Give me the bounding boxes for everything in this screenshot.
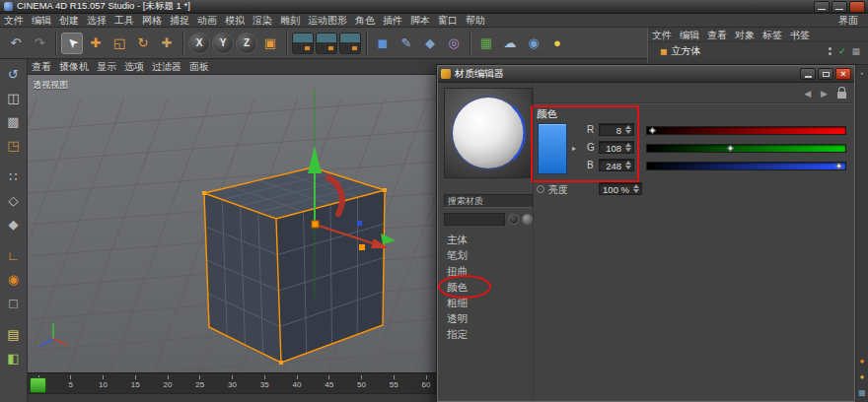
viewport-menu-item[interactable]: 选项 — [120, 60, 148, 73]
channel-dot-icon[interactable] — [537, 185, 544, 193]
timeline-ruler[interactable]: 0 5 10 15 20 25 30 35 40 45 — [32, 375, 433, 393]
search-icon[interactable] — [522, 214, 533, 225]
stepper-icon[interactable] — [625, 143, 631, 152]
channel-item[interactable]: 主体 — [444, 232, 531, 247]
model-mode-icon[interactable]: ◫ — [3, 87, 25, 108]
menu-item[interactable]: 编辑 — [28, 14, 55, 27]
menu-item[interactable]: 帮助 — [462, 14, 489, 27]
value-field[interactable]: 8 — [599, 123, 634, 136]
light-button[interactable]: ● — [546, 33, 568, 54]
channel-item[interactable]: 粗细 — [444, 295, 531, 310]
menu-item[interactable]: 创建 — [55, 14, 83, 27]
color-slider[interactable] — [646, 162, 846, 170]
redo-icon[interactable]: ↷ — [29, 33, 50, 54]
texture-mode-icon[interactable]: ▩ — [3, 110, 25, 132]
preview-options-button[interactable] — [508, 214, 519, 225]
enabled-check-icon[interactable]: ✓ — [838, 46, 846, 56]
viewport-canvas[interactable]: 透视视图 — [28, 75, 437, 372]
texture-paint-icon[interactable]: ◧ — [3, 347, 25, 368]
color-slider[interactable] — [646, 126, 846, 135]
layer-grid-icon[interactable]: ▦ — [851, 46, 860, 56]
search-material-field[interactable]: 搜索材质 — [444, 194, 533, 208]
menu-item[interactable]: 运动图形 — [304, 14, 351, 27]
panel-handle-icon[interactable]: ▪ — [861, 70, 864, 78]
color-slider[interactable] — [646, 144, 846, 153]
value-field[interactable]: 108 — [599, 141, 634, 154]
stepper-icon[interactable] — [633, 184, 639, 193]
menu-item[interactable]: 选择 — [83, 14, 110, 27]
live-selection-tool[interactable]: ➤ — [61, 33, 83, 54]
maximize-button[interactable] — [818, 68, 833, 80]
maximize-window-button[interactable] — [832, 1, 847, 13]
polygons-mode-icon[interactable]: ◆ — [3, 213, 25, 234]
edges-mode-icon[interactable]: ◇ — [3, 189, 25, 211]
material-ball-icon[interactable]: ● — [860, 358, 865, 366]
channel-item[interactable]: 指定 — [444, 326, 531, 342]
menu-item[interactable]: 角色 — [351, 14, 379, 27]
mograph-button[interactable]: ◆ — [419, 33, 441, 54]
z-axis-lock[interactable]: Z — [236, 33, 257, 54]
rotate-tool[interactable]: ↻ — [132, 33, 154, 54]
move-tool[interactable]: ✚ — [85, 33, 107, 54]
menu-item[interactable]: 标签 — [759, 29, 786, 41]
viewport-menu-item[interactable]: 面板 — [185, 60, 213, 73]
viewport-menu-item[interactable]: 显示 — [93, 60, 120, 73]
scale-tool[interactable]: ◱ — [108, 33, 130, 54]
floor-button[interactable]: ▦ — [475, 33, 497, 54]
menu-item[interactable]: 脚本 — [406, 14, 434, 27]
menu-item[interactable]: 网格 — [138, 14, 166, 27]
viewport-3d-scene[interactable] — [28, 75, 437, 372]
close-button[interactable]: × — [835, 68, 851, 80]
render-settings-button[interactable] — [316, 33, 337, 54]
channel-item[interactable]: 扭曲 — [444, 263, 531, 279]
y-axis-lock[interactable]: Y — [212, 33, 234, 54]
menu-item[interactable]: 捕捉 — [166, 14, 193, 27]
menu-item[interactable]: 窗口 — [434, 14, 462, 27]
forward-icon[interactable]: ▶ — [821, 89, 828, 99]
menu-item[interactable]: 查看 — [703, 29, 731, 41]
snap-icon[interactable]: ◉ — [3, 268, 25, 290]
lock-icon[interactable] — [837, 92, 846, 99]
viewport-solo-icon[interactable]: ◻ — [3, 292, 25, 313]
material-name-input[interactable] — [444, 213, 505, 226]
viewport-menu-item[interactable]: 摄像机 — [55, 60, 93, 73]
primitive-cube-button[interactable]: ◼ — [372, 33, 394, 54]
menu-item[interactable]: 编辑 — [676, 29, 703, 41]
object-row[interactable]: ◼ 立方体 ✓ ▦ — [648, 42, 868, 60]
interface-menu[interactable]: 界面 — [834, 14, 862, 27]
channel-item[interactable]: 笔划 — [444, 247, 531, 263]
workplane-mode-icon[interactable]: ◳ — [3, 134, 25, 156]
points-mode-icon[interactable]: ∷ — [3, 166, 25, 187]
channel-item[interactable]: 透明 — [444, 310, 531, 326]
stepper-icon[interactable] — [625, 125, 631, 134]
deformer-button[interactable]: ◎ — [443, 33, 465, 54]
visibility-dots-icon[interactable] — [829, 46, 832, 56]
spline-pen-button[interactable]: ✎ — [396, 33, 417, 54]
slider-handle[interactable] — [835, 163, 842, 169]
x-axis-lock[interactable]: X — [188, 33, 210, 54]
menu-item[interactable]: 文件 — [0, 14, 28, 27]
coordinates-panel-icon[interactable]: ▦ — [858, 389, 866, 397]
menu-item[interactable]: 插件 — [379, 14, 406, 27]
menu-item[interactable]: 模拟 — [221, 14, 249, 27]
material-preview[interactable] — [444, 88, 533, 178]
make-editable-icon[interactable]: ↺ — [3, 63, 25, 85]
menu-item[interactable]: 动画 — [193, 14, 221, 27]
axis-mode-icon[interactable]: ∟ — [3, 244, 25, 266]
viewport-menu-item[interactable]: 查看 — [28, 60, 55, 73]
active-tool-icon[interactable]: ✚ — [156, 33, 178, 54]
material-ball-icon-2[interactable]: ● — [860, 373, 865, 381]
viewport-view-label[interactable]: 透视视图 — [33, 79, 68, 92]
menu-item[interactable]: 文件 — [648, 29, 676, 41]
menu-item[interactable]: 书签 — [786, 29, 814, 41]
slider-handle[interactable] — [649, 127, 656, 134]
layer-palette-icon[interactable]: ▤ — [3, 323, 25, 345]
channel-item[interactable]: 颜色 — [444, 279, 531, 295]
menu-item[interactable]: 对象 — [731, 29, 759, 41]
timeline-playhead[interactable] — [30, 377, 46, 393]
brightness-field[interactable]: 100 % — [599, 182, 642, 195]
material-editor-titlebar[interactable]: 材质编辑器 × — [438, 66, 854, 83]
stepper-icon[interactable] — [625, 161, 631, 169]
back-icon[interactable]: ◀ — [804, 89, 811, 99]
menu-item[interactable]: 渲染 — [249, 14, 276, 27]
